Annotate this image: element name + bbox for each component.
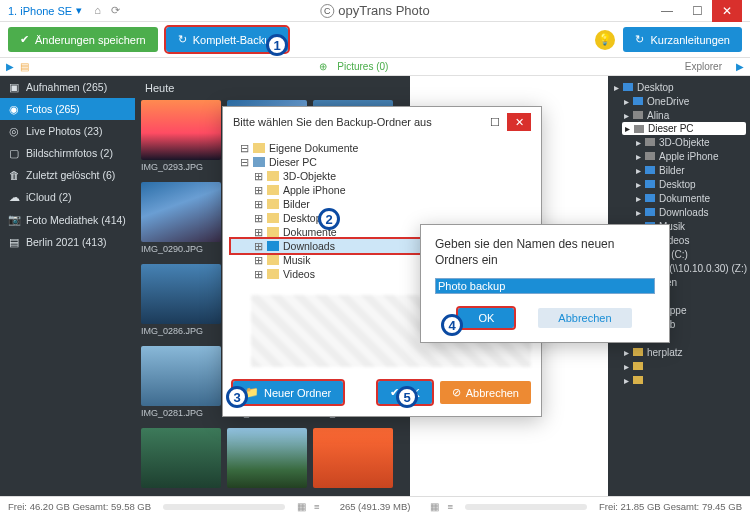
live-icon: ◎ (8, 125, 20, 137)
explorer-row[interactable]: ▸Desktop (612, 80, 746, 94)
prompt-text: Geben sie den Namen des neuen Ordners ei… (435, 237, 655, 268)
backup-label: Komplett-Backup (193, 34, 277, 46)
annotation-3: 3 (226, 386, 248, 408)
close-button[interactable]: ✕ (712, 0, 742, 22)
app-title: C opyTrans Photo (320, 3, 429, 18)
sidebar-item-deleted[interactable]: 🗑Zuletzt gelöscht (6) (0, 164, 135, 186)
explorer-row[interactable]: ▸3D-Objekte (612, 135, 746, 149)
sidebar-item-mediathek[interactable]: 📷Foto Mediathek (414) (0, 208, 135, 231)
explorer-row[interactable]: ▸Dieser PC (622, 122, 746, 135)
save-label: Änderungen speichern (35, 34, 146, 46)
folder-name-input[interactable]: Photo backup (435, 278, 655, 294)
sidebar: ▣Aufnahmen (265) ◉Fotos (265) ◎Live Phot… (0, 76, 135, 496)
subbar: ▶ ▤ ⊕ Pictures (0) Explorer ▶ (0, 58, 750, 76)
minimize-button[interactable]: — (652, 0, 682, 22)
dialog-title: Bitte wählen Sie den Backup-Ordner aus ☐… (223, 107, 541, 137)
thumbnail[interactable]: IMG_0286.JPG (141, 264, 221, 340)
sidebar-item-aufnahmen[interactable]: ▣Aufnahmen (265) (0, 76, 135, 98)
cancel-button[interactable]: Abbrechen (538, 308, 631, 328)
dialog-max-button[interactable]: ☐ (483, 113, 507, 131)
explorer-row[interactable]: ▸Bilder (612, 163, 746, 177)
photo-icon: ◉ (8, 103, 20, 115)
library-icon: 📷 (8, 213, 20, 226)
plus-icon[interactable]: ⊕ (319, 61, 327, 72)
device-selector[interactable]: 1. iPhone SE ▾ (8, 4, 82, 17)
annotation-1: 1 (266, 34, 288, 56)
list-icon[interactable]: ≡ (447, 501, 453, 512)
tree-row[interactable]: ⊞Apple iPhone (231, 183, 533, 197)
free-left: Frei: 46.20 GB Gesamt: 59.58 GB (8, 501, 151, 512)
cancel-icon: ⊘ (452, 386, 461, 399)
selection-count: 265 (491.39 MB) (340, 501, 411, 512)
pictures-breadcrumb[interactable]: Pictures (0) (331, 61, 394, 72)
refresh-icon: ↻ (635, 33, 644, 46)
play-icon[interactable]: ▶ (6, 61, 14, 72)
explorer-row[interactable]: ▸OneDrive (612, 94, 746, 108)
hint-button[interactable]: 💡 (595, 30, 615, 50)
home-icon[interactable]: ⌂ (94, 4, 101, 17)
new-folder-button[interactable]: 📁 Neuer Ordner (233, 381, 343, 404)
quick-label: Kurzanleitungen (650, 34, 730, 46)
annotation-5: 5 (396, 386, 418, 408)
thumbnail[interactable]: IMG_0293.JPG (141, 100, 221, 176)
thumbnail[interactable] (141, 428, 221, 488)
device-label: 1. iPhone SE (8, 5, 72, 17)
explorer-row[interactable]: ▸Apple iPhone (612, 149, 746, 163)
titlebar: 1. iPhone SE ▾ ⌂ ⟳ C opyTrans Photo — ☐ … (0, 0, 750, 22)
zoom-slider[interactable] (465, 504, 587, 510)
tree-row[interactable]: ⊟Dieser PC (231, 155, 533, 169)
sidebar-item-icloud[interactable]: ☁iCloud (2) (0, 186, 135, 208)
explorer-row[interactable]: ▸ (612, 373, 746, 387)
explorer-tab[interactable]: Explorer (685, 61, 730, 72)
status-bar: Frei: 46.20 GB Gesamt: 59.58 GB ▦≡ 265 (… (0, 496, 750, 516)
tree-row[interactable]: ⊞3D-Objekte (231, 169, 533, 183)
quick-guides-button[interactable]: ↻ Kurzanleitungen (623, 27, 742, 52)
zoom-slider[interactable] (163, 504, 285, 510)
save-changes-button[interactable]: ✔ Änderungen speichern (8, 27, 158, 52)
thumbnail[interactable] (313, 428, 393, 488)
sidebar-item-fotos[interactable]: ◉Fotos (265) (0, 98, 135, 120)
grid-icon[interactable]: ▦ (297, 501, 306, 512)
list-icon[interactable]: ≡ (314, 501, 320, 512)
explorer-row[interactable]: ▸ (612, 359, 746, 373)
sidebar-item-berlin[interactable]: ▤Berlin 2021 (413) (0, 231, 135, 253)
cards-icon[interactable]: ▤ (20, 61, 29, 72)
tree-row[interactable]: ⊞Desktop (231, 211, 533, 225)
maximize-button[interactable]: ☐ (682, 0, 712, 22)
explorer-row[interactable]: ▸herplatz (612, 345, 746, 359)
free-right: Frei: 21.85 GB Gesamt: 79.45 GB (599, 501, 742, 512)
explorer-row[interactable]: ▸Alina (612, 108, 746, 122)
dialog-close-button[interactable]: ✕ (507, 113, 531, 131)
tree-row[interactable]: ⊟Eigene Dokumente (231, 141, 533, 155)
thumbnail[interactable] (227, 428, 307, 488)
camera-icon: ▣ (8, 81, 20, 93)
ok-button[interactable]: OK (458, 308, 514, 328)
thumbnail[interactable]: IMG_0290.JPG (141, 182, 221, 258)
grid-icon[interactable]: ▦ (430, 501, 439, 512)
chevron-down-icon: ▾ (76, 4, 82, 17)
refresh-icon[interactable]: ⟳ (111, 4, 120, 17)
screenshot-icon: ▢ (8, 147, 20, 159)
thumbnail[interactable]: IMG_0281.JPG (141, 346, 221, 422)
explorer-row[interactable]: ▸Downloads (612, 205, 746, 219)
tree-row[interactable]: ⊞Bilder (231, 197, 533, 211)
explorer-row[interactable]: ▸Desktop (612, 177, 746, 191)
logo-icon: C (320, 4, 334, 18)
play-icon[interactable]: ▶ (736, 61, 744, 72)
annotation-4: 4 (441, 314, 463, 336)
sidebar-item-screenshots[interactable]: ▢Bildschirmfotos (2) (0, 142, 135, 164)
cancel-button[interactable]: ⊘ Abbrechen (440, 381, 531, 404)
sidebar-item-livephotos[interactable]: ◎Live Photos (23) (0, 120, 135, 142)
explorer-row[interactable]: ▸Dokumente (612, 191, 746, 205)
trash-icon: 🗑 (8, 169, 20, 181)
cloud-icon: ☁ (8, 191, 20, 203)
annotation-2: 2 (318, 208, 340, 230)
refresh-icon: ↻ (178, 33, 187, 46)
check-icon: ✔ (20, 33, 29, 46)
album-icon: ▤ (8, 236, 20, 248)
toolbar: ✔ Änderungen speichern ↻ Komplett-Backup… (0, 22, 750, 58)
section-header: Heute (141, 80, 404, 100)
